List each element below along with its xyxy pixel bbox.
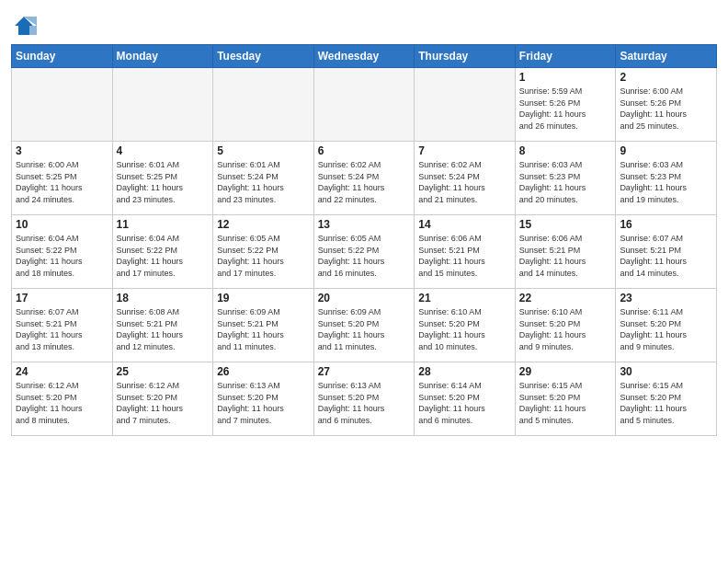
day-number: 30: [620, 365, 712, 378]
calendar-cell: 19Sunrise: 6:09 AM Sunset: 5:21 PM Dayli…: [213, 289, 314, 362]
day-number: 22: [519, 292, 612, 304]
day-number: 5: [217, 144, 310, 157]
day-number: 23: [620, 292, 712, 304]
day-number: 14: [418, 218, 511, 231]
day-info: Sunrise: 6:06 AM Sunset: 5:21 PM Dayligh…: [418, 233, 511, 279]
weekday-header-monday: Monday: [112, 45, 213, 68]
day-info: Sunrise: 6:06 AM Sunset: 5:21 PM Dayligh…: [519, 233, 612, 279]
calendar-cell: 27Sunrise: 6:13 AM Sunset: 5:20 PM Dayli…: [313, 362, 415, 436]
calendar-cell: 14Sunrise: 6:06 AM Sunset: 5:21 PM Dayli…: [415, 215, 516, 289]
calendar-cell: 20Sunrise: 6:09 AM Sunset: 5:20 PM Dayli…: [313, 289, 415, 362]
day-number: 3: [16, 144, 108, 157]
calendar-cell: 9Sunrise: 6:03 AM Sunset: 5:23 PM Daylig…: [616, 142, 717, 215]
calendar-cell: 13Sunrise: 6:05 AM Sunset: 5:22 PM Dayli…: [313, 215, 415, 289]
calendar: SundayMondayTuesdayWednesdayThursdayFrid…: [11, 44, 717, 436]
calendar-cell: 29Sunrise: 6:15 AM Sunset: 5:20 PM Dayli…: [515, 362, 616, 436]
weekday-header-thursday: Thursday: [415, 45, 516, 68]
day-number: 24: [16, 365, 108, 378]
calendar-cell: 11Sunrise: 6:04 AM Sunset: 5:22 PM Dayli…: [112, 215, 213, 289]
day-info: Sunrise: 6:05 AM Sunset: 5:22 PM Dayligh…: [217, 233, 310, 279]
calendar-cell: 12Sunrise: 6:05 AM Sunset: 5:22 PM Dayli…: [213, 215, 314, 289]
calendar-cell: 7Sunrise: 6:02 AM Sunset: 5:24 PM Daylig…: [415, 142, 516, 215]
day-number: 17: [16, 292, 108, 304]
calendar-cell: 1Sunrise: 5:59 AM Sunset: 5:26 PM Daylig…: [515, 68, 616, 142]
calendar-cell: [213, 68, 314, 142]
day-info: Sunrise: 6:15 AM Sunset: 5:20 PM Dayligh…: [519, 380, 612, 426]
calendar-cell: 26Sunrise: 6:13 AM Sunset: 5:20 PM Dayli…: [213, 362, 314, 436]
calendar-cell: 23Sunrise: 6:11 AM Sunset: 5:20 PM Dayli…: [616, 289, 717, 362]
day-number: 27: [318, 365, 411, 378]
day-info: Sunrise: 6:09 AM Sunset: 5:20 PM Dayligh…: [318, 306, 411, 352]
day-info: Sunrise: 6:13 AM Sunset: 5:20 PM Dayligh…: [217, 380, 310, 426]
day-number: 28: [418, 365, 511, 378]
calendar-cell: 25Sunrise: 6:12 AM Sunset: 5:20 PM Dayli…: [112, 362, 213, 436]
day-info: Sunrise: 6:07 AM Sunset: 5:21 PM Dayligh…: [16, 306, 108, 352]
calendar-cell: 4Sunrise: 6:01 AM Sunset: 5:25 PM Daylig…: [112, 142, 213, 215]
day-info: Sunrise: 6:10 AM Sunset: 5:20 PM Dayligh…: [519, 306, 612, 352]
day-number: 18: [117, 292, 210, 304]
day-info: Sunrise: 6:00 AM Sunset: 5:25 PM Dayligh…: [16, 159, 108, 205]
weekday-header-saturday: Saturday: [616, 45, 717, 68]
calendar-cell: 21Sunrise: 6:10 AM Sunset: 5:20 PM Dayli…: [415, 289, 516, 362]
calendar-cell: [112, 68, 213, 142]
weekday-header-row: SundayMondayTuesdayWednesdayThursdayFrid…: [12, 45, 717, 68]
calendar-cell: [313, 68, 415, 142]
day-info: Sunrise: 6:04 AM Sunset: 5:22 PM Dayligh…: [16, 233, 108, 279]
day-info: Sunrise: 6:10 AM Sunset: 5:20 PM Dayligh…: [418, 306, 511, 352]
calendar-cell: [12, 68, 113, 142]
calendar-cell: 16Sunrise: 6:07 AM Sunset: 5:21 PM Dayli…: [616, 215, 717, 289]
day-info: Sunrise: 5:59 AM Sunset: 5:26 PM Dayligh…: [519, 86, 612, 132]
day-number: 9: [620, 144, 712, 157]
calendar-cell: 15Sunrise: 6:06 AM Sunset: 5:21 PM Dayli…: [515, 215, 616, 289]
day-number: 10: [16, 218, 108, 231]
weekday-header-sunday: Sunday: [12, 45, 113, 68]
day-number: 16: [620, 218, 712, 231]
week-row-4: 17Sunrise: 6:07 AM Sunset: 5:21 PM Dayli…: [12, 289, 717, 362]
day-number: 6: [318, 144, 411, 157]
week-row-5: 24Sunrise: 6:12 AM Sunset: 5:20 PM Dayli…: [12, 362, 717, 436]
calendar-cell: 18Sunrise: 6:08 AM Sunset: 5:21 PM Dayli…: [112, 289, 213, 362]
day-info: Sunrise: 6:13 AM Sunset: 5:20 PM Dayligh…: [318, 380, 411, 426]
day-info: Sunrise: 6:12 AM Sunset: 5:20 PM Dayligh…: [16, 380, 108, 426]
day-number: 4: [117, 144, 210, 157]
day-info: Sunrise: 6:05 AM Sunset: 5:22 PM Dayligh…: [318, 233, 411, 279]
day-info: Sunrise: 6:11 AM Sunset: 5:20 PM Dayligh…: [620, 306, 712, 352]
day-number: 25: [117, 365, 210, 378]
calendar-cell: 2Sunrise: 6:00 AM Sunset: 5:26 PM Daylig…: [616, 68, 717, 142]
day-info: Sunrise: 6:07 AM Sunset: 5:21 PM Dayligh…: [620, 233, 712, 279]
day-info: Sunrise: 6:04 AM Sunset: 5:22 PM Dayligh…: [117, 233, 210, 279]
weekday-header-tuesday: Tuesday: [213, 45, 314, 68]
day-number: 11: [117, 218, 210, 231]
calendar-cell: 22Sunrise: 6:10 AM Sunset: 5:20 PM Dayli…: [515, 289, 616, 362]
day-number: 1: [519, 71, 612, 84]
day-info: Sunrise: 6:14 AM Sunset: 5:20 PM Dayligh…: [418, 380, 511, 426]
week-row-1: 1Sunrise: 5:59 AM Sunset: 5:26 PM Daylig…: [12, 68, 717, 142]
day-number: 12: [217, 218, 310, 231]
logo: [11, 13, 40, 39]
day-number: 13: [318, 218, 411, 231]
calendar-cell: 3Sunrise: 6:00 AM Sunset: 5:25 PM Daylig…: [12, 142, 113, 215]
logo-icon: [11, 13, 37, 39]
calendar-cell: 10Sunrise: 6:04 AM Sunset: 5:22 PM Dayli…: [12, 215, 113, 289]
calendar-cell: 30Sunrise: 6:15 AM Sunset: 5:20 PM Dayli…: [616, 362, 717, 436]
calendar-cell: 17Sunrise: 6:07 AM Sunset: 5:21 PM Dayli…: [12, 289, 113, 362]
calendar-cell: 28Sunrise: 6:14 AM Sunset: 5:20 PM Dayli…: [415, 362, 516, 436]
day-number: 29: [519, 365, 612, 378]
calendar-cell: [415, 68, 516, 142]
day-number: 26: [217, 365, 310, 378]
day-number: 8: [519, 144, 612, 157]
calendar-cell: 6Sunrise: 6:02 AM Sunset: 5:24 PM Daylig…: [313, 142, 415, 215]
page: SundayMondayTuesdayWednesdayThursdayFrid…: [0, 0, 728, 563]
day-info: Sunrise: 6:01 AM Sunset: 5:24 PM Dayligh…: [217, 159, 310, 205]
day-info: Sunrise: 6:09 AM Sunset: 5:21 PM Dayligh…: [217, 306, 310, 352]
day-info: Sunrise: 6:01 AM Sunset: 5:25 PM Dayligh…: [117, 159, 210, 205]
day-info: Sunrise: 6:15 AM Sunset: 5:20 PM Dayligh…: [620, 380, 712, 426]
day-info: Sunrise: 6:12 AM Sunset: 5:20 PM Dayligh…: [117, 380, 210, 426]
header: [11, 9, 717, 39]
day-info: Sunrise: 6:03 AM Sunset: 5:23 PM Dayligh…: [620, 159, 712, 205]
day-number: 19: [217, 292, 310, 304]
calendar-cell: 24Sunrise: 6:12 AM Sunset: 5:20 PM Dayli…: [12, 362, 113, 436]
day-info: Sunrise: 6:08 AM Sunset: 5:21 PM Dayligh…: [117, 306, 210, 352]
day-number: 21: [418, 292, 511, 304]
week-row-2: 3Sunrise: 6:00 AM Sunset: 5:25 PM Daylig…: [12, 142, 717, 215]
